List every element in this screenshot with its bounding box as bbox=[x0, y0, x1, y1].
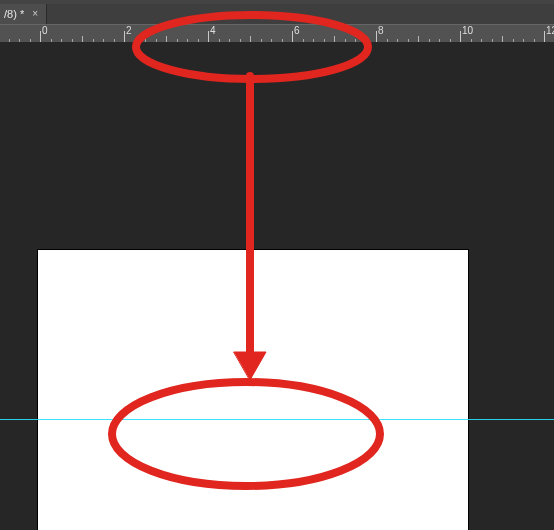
ruler-number: 12 bbox=[546, 25, 554, 36]
document-tab-bar: /8) * × bbox=[0, 4, 554, 25]
ruler-number: 6 bbox=[294, 25, 300, 36]
document-tab[interactable]: /8) * × bbox=[0, 4, 47, 24]
horizontal-ruler[interactable]: 0246810121416 bbox=[0, 24, 554, 44]
artboard[interactable] bbox=[38, 250, 468, 530]
canvas-area[interactable] bbox=[0, 42, 554, 530]
ruler-number: 4 bbox=[210, 25, 216, 36]
horizontal-guide[interactable] bbox=[0, 419, 554, 420]
ruler-number: 0 bbox=[42, 25, 48, 36]
ruler-number: 2 bbox=[126, 25, 132, 36]
document-tab-label: /8) * bbox=[4, 4, 24, 24]
ruler-number: 10 bbox=[462, 25, 473, 36]
ruler-track: 0246810121416 bbox=[0, 25, 554, 43]
document-tab-close-icon[interactable]: × bbox=[30, 9, 40, 19]
ruler-number: 8 bbox=[378, 25, 384, 36]
